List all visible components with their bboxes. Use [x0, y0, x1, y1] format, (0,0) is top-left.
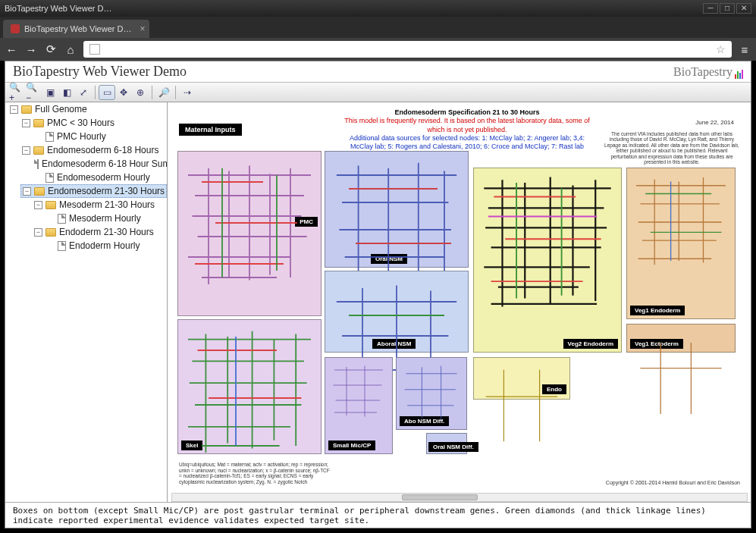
browser-tab[interactable]: BioTapestry Web Viewer D… ×: [3, 20, 149, 38]
network-scribble-icon: [630, 328, 732, 429]
tree-item-label: Mesoderm 21-30 Hours: [59, 199, 155, 210]
tree-item[interactable]: −Endoderm 21-30 Hours: [33, 225, 167, 239]
zoom-to-sel-button[interactable]: ◧: [58, 85, 75, 100]
page-icon: [89, 44, 100, 55]
tree-item[interactable]: Mesoderm Hourly: [45, 212, 167, 225]
network-scribble-icon: [181, 155, 318, 291]
toolbar: 🔍+🔍−▣◧⤢▭✥⊕🔎⇢: [5, 83, 751, 102]
tree-item[interactable]: Endoderm Hourly: [45, 239, 167, 252]
expander-placeholder: [46, 242, 55, 250]
page-title: BioTapestry Web Viewer Demo: [13, 64, 187, 80]
tree-item-label: Full Genome: [35, 104, 87, 114]
browser-tab-row: BioTapestry Web Viewer D… ×: [0, 17, 756, 38]
horizontal-scrollbar[interactable]: [171, 493, 748, 502]
region-veg2-endoderm[interactable]: Veg2 Endoderm: [473, 168, 622, 353]
tree-item-label: Endoderm Hourly: [69, 240, 140, 251]
address-bar[interactable]: ☆: [83, 41, 732, 58]
tree-item-label: Endomesoderm 6-18 Hour Summary: [42, 158, 168, 169]
tree-item[interactable]: Endomesoderm 6-18 Hour Summary: [33, 157, 167, 171]
os-titlebar: BioTapestry Web Viewer D… ─ □ ✕: [0, 0, 756, 17]
folder-icon: [33, 119, 44, 127]
browser-tab-label: BioTapestry Web Viewer D…: [24, 24, 131, 33]
app-header: BioTapestry Web Viewer Demo BioTapestry: [5, 61, 751, 83]
diagram-sources: Additional data sources for selected nod…: [338, 134, 596, 152]
folder-icon: [21, 105, 32, 114]
region-aboral-nsm[interactable]: Aboral NSM: [325, 271, 469, 353]
back-icon[interactable]: ←: [5, 42, 18, 56]
reload-icon[interactable]: ⟳: [44, 42, 58, 56]
region-abo-nsm-diff[interactable]: Abo NSM Diff.: [396, 357, 467, 430]
app-logo: BioTapestry: [673, 65, 743, 79]
expander-placeholder: [46, 215, 55, 223]
favicon-icon: [11, 24, 20, 33]
maximize-button[interactable]: □: [720, 3, 735, 14]
tree-item[interactable]: −PMC < 30 Hours: [20, 116, 167, 130]
folder-icon: [34, 187, 45, 196]
collapse-icon[interactable]: −: [34, 201, 42, 209]
logo-bars-icon: [735, 70, 743, 79]
window-frame: BioTapestry Web Viewer D… ─ □ ✕ BioTapes…: [0, 0, 756, 533]
file-icon: [45, 132, 54, 142]
tree-item-label: PMC < 30 Hours: [47, 118, 114, 128]
tree-item-label: Endomesoderm Hourly: [57, 172, 150, 183]
region-oral-nsm-diff[interactable]: Oral NSM Diff.: [426, 433, 467, 454]
tree-item-label: Endoderm 21-30 Hours: [59, 227, 154, 237]
tree-item[interactable]: PMC Hourly: [33, 130, 167, 143]
zoom-out-button[interactable]: 🔍−: [25, 85, 42, 100]
app-root: BioTapestry Web Viewer Demo BioTapestry …: [5, 61, 751, 528]
menu-icon[interactable]: ≡: [738, 42, 751, 56]
tab-close-icon[interactable]: ×: [140, 24, 145, 34]
region-veg1-endoderm[interactable]: Veg1 Endoderm: [626, 168, 736, 319]
browser-nav-row: ← → ⟳ ⌂ ☆ ≡: [0, 38, 756, 61]
select-mode-button[interactable]: ▭: [99, 85, 115, 100]
region-veg1-endoderm-label: Veg1 Endoderm: [630, 306, 685, 315]
center-sel-button[interactable]: ⊕: [132, 85, 149, 100]
zoom-to-all-button[interactable]: ⤢: [75, 85, 92, 100]
status-footer: Boxes on bottom (except Small Mic/CP) ar…: [5, 502, 751, 528]
window-buttons: ─ □ ✕: [703, 3, 751, 14]
region-pmc[interactable]: PMC: [177, 151, 322, 316]
region-veg2-endoderm-label: Veg2 Endoderm: [563, 339, 618, 349]
tree-item[interactable]: −Full Genome: [8, 102, 167, 116]
collapse-icon[interactable]: −: [22, 146, 30, 155]
region-endo[interactable]: Endo: [473, 357, 570, 400]
tree-item[interactable]: −Endomesoderm 6-18 Hours: [20, 143, 167, 157]
app-logo-text: BioTapestry: [673, 65, 732, 79]
tree-item-label: PMC Hourly: [57, 131, 106, 142]
collapse-icon[interactable]: −: [34, 228, 42, 237]
collapse-icon[interactable]: −: [10, 105, 18, 114]
hand-mode-button[interactable]: ✥: [115, 85, 132, 100]
diagram-legend-note: Ubiq=ubiquitous; Mat = maternal; actv = …: [179, 462, 331, 485]
collapse-icon[interactable]: −: [22, 119, 30, 127]
file-icon: [58, 214, 66, 224]
scrollbar-thumb[interactable]: [402, 494, 478, 500]
network-scribble-icon: [181, 323, 318, 459]
zoom-in-button[interactable]: 🔍+: [8, 85, 25, 100]
region-small-mic-label: Small Mic/CP: [328, 441, 375, 450]
model-tree[interactable]: −Full Genome−PMC < 30 HoursPMC Hourly−En…: [5, 102, 168, 502]
region-skel[interactable]: Skel: [177, 319, 322, 454]
network-scribble-icon: [630, 171, 732, 273]
network-canvas[interactable]: Endomesoderm Specification 21 to 30 Hour…: [168, 102, 751, 502]
expander-placeholder: [34, 133, 42, 141]
collapse-icon[interactable]: −: [23, 187, 31, 196]
browser-chrome: BioTapestry Web Viewer D… × ← → ⟳ ⌂ ☆ ≡: [0, 17, 756, 61]
bookmark-star-icon[interactable]: ☆: [716, 43, 726, 55]
minimize-button[interactable]: ─: [703, 3, 718, 14]
search-button[interactable]: 🔎: [155, 85, 172, 100]
region-oral-nsm[interactable]: Oral NSM: [325, 151, 469, 268]
region-veg1-ectoderm[interactable]: Veg1 Ectoderm: [626, 324, 736, 353]
region-small-mic[interactable]: Small Mic/CP: [325, 357, 393, 454]
forward-icon[interactable]: →: [24, 42, 38, 56]
path-button[interactable]: ⇢: [179, 85, 196, 100]
close-button[interactable]: ✕: [736, 3, 751, 14]
os-title: BioTapestry Web Viewer D…: [5, 4, 111, 13]
zoom-to-model-button[interactable]: ▣: [42, 85, 58, 100]
status-footer-text: Boxes on bottom (except Small Mic/CP) ar…: [13, 506, 743, 525]
tree-item[interactable]: −Endomesoderm 21-30 Hours: [20, 184, 167, 198]
diagram-copyright: Copyright © 2001-2014 Hamid Bolouri and …: [606, 480, 740, 485]
tree-item[interactable]: −Mesoderm 21-30 Hours: [33, 198, 167, 212]
folder-icon: [45, 201, 56, 209]
tree-item[interactable]: Endomesoderm Hourly: [33, 171, 167, 184]
home-icon[interactable]: ⌂: [64, 42, 77, 56]
